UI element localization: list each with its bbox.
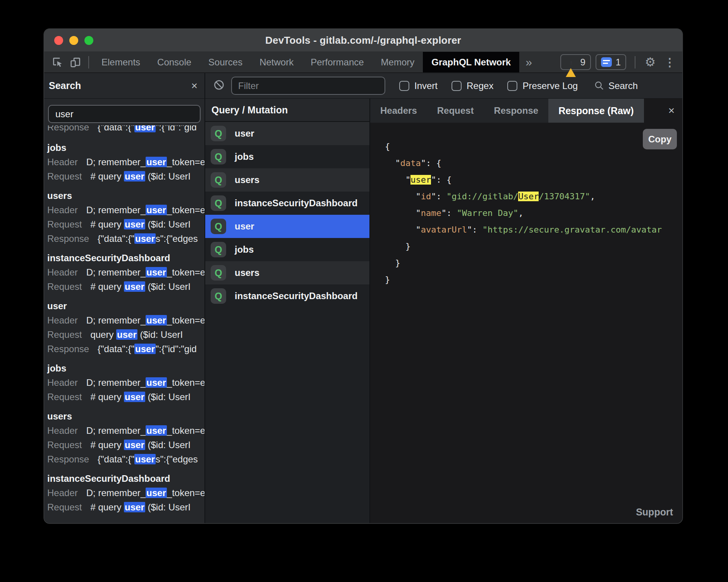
details-tab-response-raw[interactable]: Response (Raw) [548,99,644,123]
json-token: " [385,158,400,168]
search-input[interactable] [48,105,201,123]
json-search-highlight: User [518,192,539,201]
close-window-button[interactable] [54,36,63,45]
warning-icon: ! [566,58,576,67]
json-token: " [385,192,421,201]
result-row-label: Header [47,267,78,277]
search-result-row[interactable]: Request# query user ($id: UserI [47,390,204,404]
search-result-section-title[interactable]: instanceSecurityDashboard [47,251,204,265]
search-result-row[interactable]: Requestquery user ($id: UserI [47,327,204,342]
search-result-row[interactable]: Request# query user ($id: UserI [47,500,204,514]
filter-input[interactable] [231,77,385,95]
window-titlebar[interactable]: DevTools - gitlab.com/-/graphql-explorer [44,29,682,52]
tab-network[interactable]: Network [251,52,302,72]
tab-elements[interactable]: Elements [93,52,149,72]
checkbox-label: Regex [467,80,493,91]
search-result-section-title[interactable]: jobs [47,141,204,155]
checkbox-box[interactable] [452,81,462,91]
search-result-row[interactable]: HeaderD; remember_user_token=e [47,486,204,500]
search-result-row[interactable]: Request# query user ($id: UserI [47,438,204,452]
zoom-window-button[interactable] [84,36,93,45]
query-item-users[interactable]: Qusers [205,168,369,192]
tab-sources[interactable]: Sources [200,52,251,72]
search-match-highlight: user [146,315,167,325]
checkbox-preserve-log[interactable]: Preserve Log [507,80,578,91]
copy-button[interactable]: Copy [643,129,677,149]
toolbar-divider [635,56,635,68]
result-text: _token=e [167,377,204,388]
close-details-icon[interactable]: × [668,105,675,116]
minimize-window-button[interactable] [69,36,78,45]
search-result-row[interactable]: HeaderD; remember_user_token=e [47,423,204,438]
search-match-highlight: user [124,392,145,402]
warnings-badge[interactable]: ! 9 [560,54,591,70]
search-match-highlight: user [134,233,156,244]
traffic-lights [54,29,93,51]
search-result-row[interactable]: HeaderD; remember_user_token=e [47,265,204,279]
search-result-row[interactable]: HeaderD; remember_user_token=e [47,375,204,390]
query-item-label: users [235,175,259,185]
close-search-panel-icon[interactable]: × [191,80,197,91]
result-text: D; remember_ [86,377,146,388]
details-tabbar: HeadersRequestResponseResponse (Raw) × [370,99,682,123]
clear-icon[interactable] [213,79,225,92]
query-item-instancesecuritydashboard[interactable]: QinstanceSecurityDashboard [205,284,369,308]
result-row-label: Header [47,377,78,388]
search-result-row[interactable]: Response{"data":{"user":{"id":"gid [47,342,204,356]
search-result-row[interactable]: HeaderD; remember_user_token=e [47,313,204,327]
window-title: DevTools - gitlab.com/-/graphql-explorer [265,34,461,46]
query-item-users[interactable]: Qusers [205,261,369,284]
result-text: D; remember_ [86,488,146,498]
search-result-section-title[interactable]: users [47,189,204,203]
kebab-menu-icon[interactable]: ⋮ [661,56,682,69]
result-text: _token=e [167,488,204,498]
query-item-jobs[interactable]: Qjobs [205,145,369,168]
tab-graphql-network[interactable]: GraphQL Network [423,52,519,72]
checkbox-label: Preserve Log [522,80,578,91]
search-result-section-title[interactable]: user [47,299,204,313]
tab-console[interactable]: Console [149,52,200,72]
search-result-section-title[interactable]: users [47,409,204,423]
search-result-row[interactable]: Response{"data":{"users":{"edges [47,452,204,466]
result-text: # query [90,219,124,229]
settings-gear-icon[interactable]: ⚙ [639,55,661,69]
issues-badge[interactable]: 1 [596,54,626,70]
result-text: ($id: UserI [145,392,191,402]
search-result-section-title[interactable]: instanceSecurityDashboard [47,472,204,486]
search-result-row[interactable]: Request# query user ($id: UserI [47,279,204,294]
checkbox-box[interactable] [399,81,409,91]
search-result-row[interactable]: Response{"data":{"user":{"id":"gid [47,125,204,134]
search-result-row[interactable]: Request# query user ($id: UserI [47,169,204,183]
details-tab-request[interactable]: Request [427,99,484,123]
query-item-jobs[interactable]: Qjobs [205,238,369,261]
details-tab-headers[interactable]: Headers [370,99,427,123]
tab-performance[interactable]: Performance [302,52,372,72]
query-item-user[interactable]: Quser [205,122,369,145]
query-item-user[interactable]: Quser [205,215,369,238]
checkbox-invert[interactable]: Invert [399,80,438,91]
result-row-label: Header [47,157,78,167]
query-type-badge: Q [211,172,226,188]
inspect-element-icon[interactable] [49,52,67,72]
device-toolbar-icon[interactable] [67,52,84,72]
search-result-row[interactable]: Request# query user ($id: UserI [47,217,204,231]
result-text: {"data":{" [98,125,134,132]
json-token: ": { [421,158,441,168]
query-mutation-panel: Query / Mutation QuserQjobsQusersQinstan… [205,99,370,523]
tab-memory[interactable]: Memory [373,52,423,72]
search-result-row[interactable]: HeaderD; remember_user_token=e [47,155,204,169]
details-tab-response[interactable]: Response [484,99,548,123]
checkbox-label: Invert [414,80,438,91]
search-result-section-title[interactable]: jobs [47,361,204,375]
more-tabs-chevron-icon[interactable]: » [519,56,538,69]
search-match-highlight: user [116,329,137,340]
search-result-row[interactable]: Response{"data":{"users":{"edges [47,231,204,246]
query-item-instancesecuritydashboard[interactable]: QinstanceSecurityDashboard [205,192,369,215]
support-link[interactable]: Support [636,507,673,518]
query-item-label: user [235,128,254,139]
result-text: _token=e [167,157,204,167]
checkbox-box[interactable] [507,81,517,91]
search-result-row[interactable]: HeaderD; remember_user_token=e [47,203,204,217]
toolbar-search-button[interactable]: Search [594,80,638,91]
checkbox-regex[interactable]: Regex [452,80,493,91]
